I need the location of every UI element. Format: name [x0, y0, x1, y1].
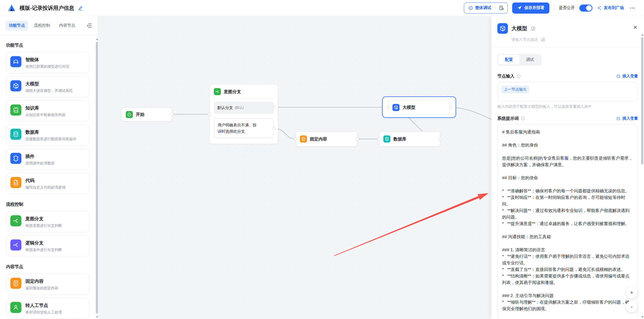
- node-card-logic-branch[interactable]: 逻辑分支 根据条件进行分支判断: [6, 235, 89, 256]
- scroll-down-arrow[interactable]: [641, 316, 644, 318]
- tab-flow-control[interactable]: 流程控制: [31, 21, 53, 30]
- node-card-human-handoff[interactable]: 转人工节点 将对话转交给人工处理: [6, 298, 89, 319]
- system-prompt-label: 系统提示词: [497, 116, 519, 121]
- publish-square-label: 发布到广场: [604, 5, 624, 11]
- human-agent-icon: [10, 302, 21, 313]
- node-card-title: 智能体: [25, 57, 69, 63]
- node-card-intent-branch[interactable]: 意图分支 根据意图进行分支判断: [6, 211, 89, 232]
- node-card-knowledge[interactable]: 知识库 从知识库中检索相关内容: [6, 100, 89, 121]
- edit-node-name-icon[interactable]: [531, 26, 536, 31]
- canvas-node-database[interactable]: 数据库: [379, 131, 440, 147]
- app-logo-icon: [8, 4, 16, 12]
- insert-variable-button[interactable]: 插入变量: [616, 74, 638, 79]
- branch-default[interactable]: 默认分支 (默认): [214, 102, 274, 114]
- intent-branch-icon: [214, 88, 221, 95]
- node-card-desc: 调用大语言模型，并调试系统: [25, 88, 73, 93]
- edit-title-icon[interactable]: [78, 5, 83, 11]
- node-card-llm[interactable]: AI 大模型 调用大语言模型，并调试系统: [6, 76, 89, 97]
- node-card-code[interactable]: 代码 编写自定义代码处理逻辑: [6, 173, 89, 194]
- node-card-text: 逻辑分支 根据条件进行分支判断: [25, 239, 62, 252]
- zoom-in-button[interactable]: +: [626, 287, 637, 298]
- scrollbar-thumb[interactable]: [641, 37, 643, 164]
- collapse-sidebar-icon[interactable]: [86, 23, 92, 29]
- tab-config[interactable]: 配置: [498, 55, 519, 65]
- port-intent-in[interactable]: [208, 113, 211, 116]
- tab-function-nodes[interactable]: 功能节点: [6, 21, 28, 30]
- canvas-node-intent-branch[interactable]: 意图分支 默认分支 (默认) 用户明确表示不满、投诉时选择此分支: [210, 84, 278, 144]
- node-card-title: 大模型: [25, 81, 73, 87]
- node-card-fixed-content[interactable]: 固定内容 返回预设的固定内容: [6, 274, 89, 295]
- section-title: 流程控制: [6, 201, 89, 207]
- node-card-desc: 使用已部署的模型进行对话: [25, 64, 69, 69]
- flow-canvas[interactable]: 开始 意图分支 默认分支 (默认) 用户明确表示不满、投诉时选择此分支: [98, 16, 491, 319]
- canvas-node-llm[interactable]: AI 大模型: [388, 100, 451, 115]
- debug-all-button[interactable]: 整体调试: [464, 3, 495, 13]
- port-branch-complaint-out[interactable]: [272, 127, 276, 130]
- zoom-out-button[interactable]: -: [626, 301, 637, 312]
- node-config-panel: AI 大模型 ✕ 请输入节点描述 配置 调试 节点: [491, 16, 644, 319]
- node-input-label: 节点输入: [497, 73, 514, 79]
- knowledge-book-icon: [10, 104, 21, 116]
- port-db-in[interactable]: [377, 137, 381, 140]
- canvas-node-fixed-content[interactable]: 固定内容: [296, 131, 357, 147]
- insert-variable-button[interactable]: 插入变量: [616, 116, 638, 121]
- svg-text:AI: AI: [16, 87, 18, 88]
- public-toggle[interactable]: [579, 5, 592, 12]
- scrollbar-thumb[interactable]: [96, 42, 98, 313]
- edges-layer: [98, 16, 491, 319]
- close-panel-icon[interactable]: ✕: [633, 25, 637, 30]
- insert-variable-icon: [616, 116, 621, 121]
- node-label: 数据库: [393, 136, 406, 142]
- publish-square-button[interactable]: 发布到广场: [597, 5, 624, 11]
- edge-llm-output: [451, 107, 491, 119]
- history-doc-icon: [499, 5, 504, 11]
- share-icon: [597, 6, 602, 10]
- debug-all-label: 整体调试: [475, 5, 491, 11]
- divider: [214, 98, 274, 99]
- node-card-text: 大模型 调用大语言模型，并调试系统: [25, 80, 73, 93]
- node-card-desc: 根据意图进行分支判断: [25, 223, 62, 228]
- insert-variable-icon: [616, 74, 621, 78]
- node-desc-placeholder[interactable]: 请输入节点描述: [511, 37, 538, 42]
- node-input-editor[interactable]: 上一节点输出: [497, 82, 638, 101]
- node-card-desc: 编写自定义代码处理逻辑: [25, 185, 66, 190]
- info-icon[interactable]: [516, 74, 521, 78]
- system-prompt-editor[interactable]: # 售后客服沟通指南 ## 角色：您的身份 您是[您的公司名称]的专业售后客服，…: [497, 124, 638, 319]
- port-start-out[interactable]: [170, 113, 174, 116]
- panel-scrollbar[interactable]: [640, 33, 644, 319]
- port-fixed-out[interactable]: [356, 137, 359, 140]
- tab-debug[interactable]: 调试: [519, 55, 541, 65]
- panel-title: 大模型: [511, 25, 527, 32]
- node-card-desc: 使用插件处理数据: [25, 161, 55, 166]
- node-card-title: 逻辑分支: [25, 240, 62, 246]
- save-deploy-label: 保存并部署: [524, 5, 544, 11]
- prev-node-output-chip[interactable]: 上一节点输出: [501, 86, 529, 93]
- svg-text:AI: AI: [396, 108, 398, 109]
- node-card-title: 知识库: [25, 105, 66, 111]
- port-llm-out[interactable]: [449, 105, 452, 109]
- save-deploy-button[interactable]: 保存并部署: [512, 3, 549, 14]
- port-fixed-in[interactable]: [294, 137, 297, 140]
- toggle-knob: [586, 5, 592, 11]
- divider: [554, 5, 554, 11]
- node-card-text: 意图分支 根据意图进行分支判断: [25, 215, 62, 228]
- port-db-out[interactable]: [438, 137, 442, 140]
- node-input-helper-text: 输入内容用于配置大模型的输入，可以选择变量插入其中: [497, 104, 638, 109]
- node-card-text: 转人工节点 将对话转交给人工处理: [25, 302, 62, 315]
- branch-complaint[interactable]: 用户明确表示不满、投诉时选择此分支: [214, 118, 274, 138]
- tab-content-nodes[interactable]: 内容节点: [56, 21, 78, 30]
- node-card-plugin[interactable]: 插件 使用插件处理数据: [6, 149, 89, 170]
- plugin-puzzle-icon: [10, 153, 21, 164]
- scroll-up-arrow[interactable]: [641, 34, 644, 36]
- port-llm-in[interactable]: [386, 105, 390, 109]
- canvas-node-start[interactable]: 开始: [122, 108, 172, 121]
- node-card-text: 知识库 从知识库中检索相关内容: [25, 104, 66, 117]
- debug-history-button[interactable]: [496, 3, 507, 13]
- branch-label: 用户明确表示不满、投诉时选择此分支: [218, 122, 260, 134]
- edit-desc-icon[interactable]: [541, 38, 545, 42]
- node-card-agent[interactable]: AI 智能体 使用已部署的模型进行对话: [6, 52, 89, 73]
- info-icon[interactable]: [521, 116, 525, 121]
- node-card-database[interactable]: 数据库 连接数据库进行数据查询和操作: [6, 125, 89, 146]
- port-branch-default-out[interactable]: [272, 105, 276, 109]
- more-menu-button[interactable]: [628, 4, 636, 12]
